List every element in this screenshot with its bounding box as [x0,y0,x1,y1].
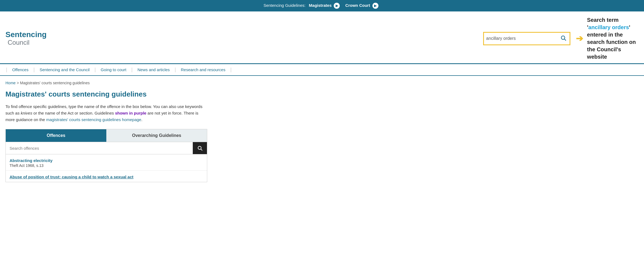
breadcrumb-home[interactable]: Home [5,81,16,85]
nav-sep-2: | [94,67,97,73]
svg-line-1 [564,39,566,40]
svg-line-3 [201,149,202,151]
logo-council: Council [8,39,47,46]
offence-title-0[interactable]: Abstracting electricity [10,158,203,163]
desc-part2: or the name of the Act or section. Guide… [32,111,115,115]
tab-overarching[interactable]: Overarching Guidelines [106,129,207,142]
nav-going-to-court[interactable]: Going to court [96,64,131,75]
nav-sep-1: | [33,67,35,73]
search-icon [560,35,566,41]
annotation: ➔ Search term 'ancillary orders' entered… [576,16,636,61]
main-search-button[interactable] [559,34,567,43]
nav-sentencing-council[interactable]: Sentencing and the Council [35,64,94,75]
magistrates-link[interactable]: Magistrates ▶ [309,3,341,8]
list-item: Abstracting electricity Theft Act 1968, … [6,154,207,171]
left-content: Home > Magistrates' courts sentencing gu… [0,76,644,190]
offences-search-icon [197,145,203,151]
tab-offences[interactable]: Offences [6,129,106,142]
desc-link[interactable]: magistrates' courts sentencing guideline… [46,117,141,122]
offences-search-row [5,142,207,154]
nav-offences[interactable]: Offences [8,64,33,75]
annotation-highlight: ancillary orders [588,24,629,30]
annotation-text: Search term 'ancillary orders' entered i… [587,16,636,61]
page-title: Magistrates' courts sentencing guideline… [5,90,207,98]
desc-italic: knives [21,111,32,115]
tabs: Offences Overarching Guidelines [5,129,207,142]
magistrates-arrow-icon: ▶ [334,3,340,9]
offences-search-button[interactable] [193,142,207,154]
page-description: To find offence specific guidelines, typ… [5,103,207,123]
nav-sep-0: | [5,67,8,73]
header: Sentencing Council ➔ Search term 'ancill… [0,11,644,63]
banner-label: Sentencing Guidelines: [263,3,305,8]
nav-research-resources[interactable]: Research and resources [176,64,230,75]
offence-list: Abstracting electricity Theft Act 1968, … [5,154,207,182]
breadcrumb-current: Magistrates' courts sentencing guideline… [20,81,90,85]
desc-end: . [141,117,142,122]
main-nav: | Offences | Sentencing and the Council … [0,63,644,76]
nav-sep-3: | [131,67,133,73]
offence-subtitle-0: Theft Act 1968, s.13 [10,163,203,168]
nav-sep-5: | [230,67,232,73]
breadcrumb: Home > Magistrates' courts sentencing gu… [0,76,644,87]
header-right: ➔ Search term 'ancillary orders' entered… [483,16,636,61]
main-content: Magistrates' courts sentencing guideline… [0,87,213,190]
offence-title-1[interactable]: Abuse of position of trust: causing a ch… [10,175,203,179]
offences-search-input[interactable] [6,143,193,154]
logo-sentencing: Sentencing [5,31,47,39]
annotation-arrow-icon: ➔ [576,33,583,44]
main-search-box [483,32,570,45]
top-banner: Sentencing Guidelines: Magistrates ▶ Cro… [0,0,644,11]
crown-court-link[interactable]: Crown Court ▶ [345,3,378,8]
crown-court-arrow-icon: ▶ [372,3,378,9]
nav-sep-4: | [174,67,177,73]
list-item: Abuse of position of trust: causing a ch… [6,171,207,182]
logo: Sentencing Council [5,31,47,46]
breadcrumb-separator: > [17,81,19,85]
desc-purple: shown in purple [115,111,146,115]
main-search-input[interactable] [486,36,559,41]
nav-news-articles[interactable]: News and articles [133,64,174,75]
